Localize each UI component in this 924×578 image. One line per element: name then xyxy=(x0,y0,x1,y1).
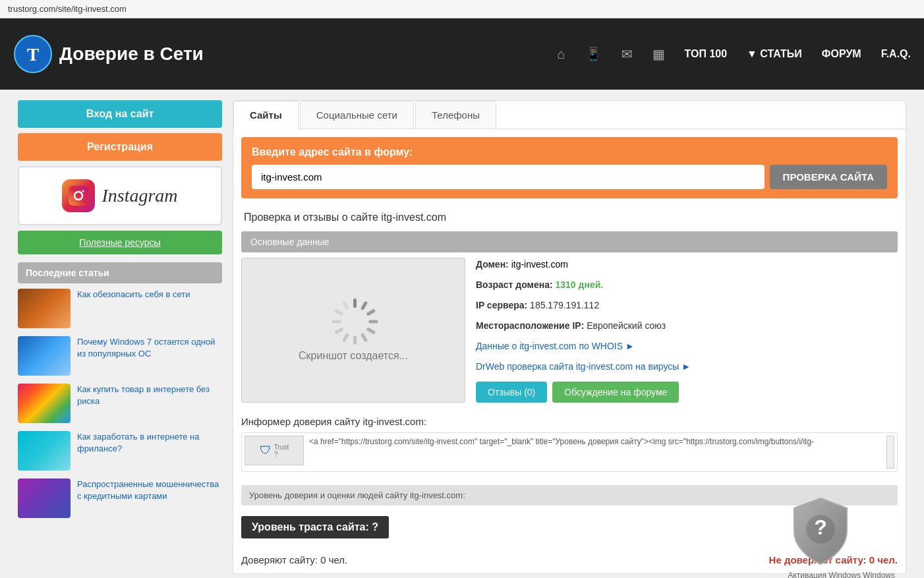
grid-icon[interactable]: ▦ xyxy=(652,46,665,62)
useful-resources-button[interactable]: Полезные ресурсы xyxy=(18,231,222,254)
nav-forum[interactable]: ФОРУМ xyxy=(822,48,861,60)
informer-code[interactable]: <a href="https://trustorg.com/site/itg-i… xyxy=(309,436,881,448)
search-input[interactable] xyxy=(252,165,765,189)
domain-label: Домен: xyxy=(476,259,509,270)
main-container: Вход на сайт Регистрация xyxy=(7,90,917,578)
action-buttons: Отзывы (0) Обсуждение на форуме xyxy=(476,382,898,403)
article-title[interactable]: Как купить товар в интернете без риска xyxy=(77,384,222,423)
list-item: Как купить товар в интернете без риска xyxy=(18,384,222,423)
whois-link[interactable]: Данные о itg-invest.com по WHOIS ► xyxy=(476,341,635,351)
screenshot-text: Скриншот создается... xyxy=(299,350,408,362)
nav-faq[interactable]: F.A.Q. xyxy=(881,48,911,60)
nav-articles[interactable]: ▼ СТАТЬИ xyxy=(747,48,802,60)
domain-value-text: itg-invest.com xyxy=(511,259,568,270)
instagram-banner[interactable]: Instagram xyxy=(18,166,222,225)
trust-section-text: Уровень доверия и оценки людей сайту itg… xyxy=(249,490,465,500)
article-thumb xyxy=(18,478,71,518)
ip-value: 185.179.191.112 xyxy=(530,300,599,310)
forum-button[interactable]: Обсуждение на форуме xyxy=(552,382,679,403)
trust-badge-icon: 🛡 xyxy=(260,444,272,457)
mail-icon[interactable]: ✉ xyxy=(621,46,633,62)
svg-point-4 xyxy=(82,190,84,192)
list-item: Как заработать в интернете на фрилансе? xyxy=(18,431,222,471)
svg-rect-2 xyxy=(69,186,88,206)
informer-badge-label: Trust? xyxy=(274,444,289,458)
logo-text: Доверие в Сети xyxy=(59,43,204,65)
content-area: Сайты Социальные сети Телефоны Введите а… xyxy=(233,100,906,574)
list-item: Распространенные мошенничества с кредитн… xyxy=(18,478,222,518)
list-item: Как обезопасить себя в сети xyxy=(18,289,222,328)
browser-url-bar[interactable]: trustorg.com/site/itg-invest.com xyxy=(0,0,924,18)
article-title[interactable]: Как обезопасить себя в сети xyxy=(77,289,190,328)
nav-links: ⌂ 📱 ✉ ▦ ТОП 100 ▼ СТАТЬИ ФОРУМ F.A.Q. xyxy=(558,46,911,62)
register-button[interactable]: Регистрация xyxy=(18,133,222,161)
result-title: Проверка и отзывы о сайте itg-invest.com xyxy=(233,206,906,226)
location-row: Месторасположение IP: Европейский союз xyxy=(476,319,898,333)
search-form: Введите адрес сайта в форму: ПРОВЕРКА СА… xyxy=(241,137,898,198)
articles-list: Как обезопасить себя в сети Почему Windo… xyxy=(18,289,222,518)
ip-row: IP сервера: 185.179.191.112 xyxy=(476,299,898,312)
screenshot-placeholder: Скриншот создается... xyxy=(241,258,465,403)
drweb-row: DrWeb проверка сайта itg-invest.com на в… xyxy=(476,360,898,374)
svg-text:?: ? xyxy=(815,515,828,539)
tab-sites[interactable]: Сайты xyxy=(233,101,299,129)
tab-bar: Сайты Социальные сети Телефоны xyxy=(233,101,906,129)
article-thumb xyxy=(18,336,71,376)
informer-title: Информер доверия сайту itg-invest.com: xyxy=(241,416,898,427)
browser-url: trustorg.com/site/itg-invest.com xyxy=(8,4,127,14)
whois-row: Данные о itg-invest.com по WHOIS ► xyxy=(476,339,898,353)
articles-section-title: Последние статьи xyxy=(18,262,222,283)
reviews-button[interactable]: Отзывы (0) xyxy=(476,382,547,403)
shield-icon: ? xyxy=(788,495,853,567)
location-label: Месторасположение IP: xyxy=(476,320,584,331)
tab-social[interactable]: Социальные сети xyxy=(300,101,414,129)
shield-area: ? Активация Windows Windows xyxy=(788,495,895,578)
instagram-text: Instagram xyxy=(101,185,177,206)
site-info: Домен: itg-invest.com Возраст домена: 13… xyxy=(476,258,898,403)
article-title[interactable]: Распространенные мошенничества с кредитн… xyxy=(77,478,222,518)
activate-windows: Активация Windows Windows xyxy=(788,571,895,578)
home-icon[interactable]: ⌂ xyxy=(558,47,565,62)
tab-phones[interactable]: Телефоны xyxy=(415,101,496,129)
trust-stats: Доверяют сайту: 0 чел. Не доверяют сайту… xyxy=(233,549,906,573)
site-logo: Т Доверие в Сети xyxy=(13,34,558,74)
location-value: Европейский союз xyxy=(587,320,666,331)
site-header: Т Доверие в Сети ⌂ 📱 ✉ ▦ ТОП 100 ▼ СТАТЬ… xyxy=(0,18,924,90)
instagram-logo-icon xyxy=(62,179,95,212)
drweb-link[interactable]: DrWeb проверка сайта itg-invest.com на в… xyxy=(476,361,691,372)
svg-text:Т: Т xyxy=(27,44,40,65)
article-title[interactable]: Почему Windows 7 остается одной из попул… xyxy=(77,336,222,376)
informer-box: 🛡 Trust? <a href="https://trustorg.com/s… xyxy=(241,432,898,472)
nav-top100[interactable]: ТОП 100 xyxy=(685,48,727,60)
trust-badge: Уровень траста сайта: ? xyxy=(241,516,389,538)
search-label: Введите адрес сайта в форму: xyxy=(252,146,887,158)
trust-positive: Доверяют сайту: 0 чел. xyxy=(241,554,347,565)
check-site-button[interactable]: ПРОВЕРКА САЙТА xyxy=(770,165,887,189)
article-thumb xyxy=(18,431,71,471)
age-label: Возраст домена: xyxy=(476,279,553,290)
article-thumb xyxy=(18,289,71,328)
loading-spinner xyxy=(330,299,376,345)
informer-scrollbar[interactable] xyxy=(886,436,894,469)
mobile-icon[interactable]: 📱 xyxy=(585,46,602,62)
article-title[interactable]: Как заработать в интернете на фрилансе? xyxy=(77,431,222,471)
informer-badge: 🛡 Trust? xyxy=(245,436,304,465)
logo-icon: Т xyxy=(13,34,53,74)
data-section: Скриншот создается... Домен: itg-invest.… xyxy=(233,258,906,411)
age-row: Возраст домена: 1310 дней. xyxy=(476,278,898,292)
domain-row: Домен: itg-invest.com xyxy=(476,258,898,272)
age-value: 1310 дней. xyxy=(556,279,604,290)
sidebar: Вход на сайт Регистрация xyxy=(18,100,222,574)
login-button[interactable]: Вход на сайт xyxy=(18,100,222,128)
ip-label: IP сервера: xyxy=(476,300,527,310)
section-header: Основные данные xyxy=(241,231,898,252)
informer-section: Информер доверия сайту itg-invest.com: 🛡… xyxy=(233,411,906,480)
article-thumb xyxy=(18,384,71,423)
list-item: Почему Windows 7 остается одной из попул… xyxy=(18,336,222,376)
